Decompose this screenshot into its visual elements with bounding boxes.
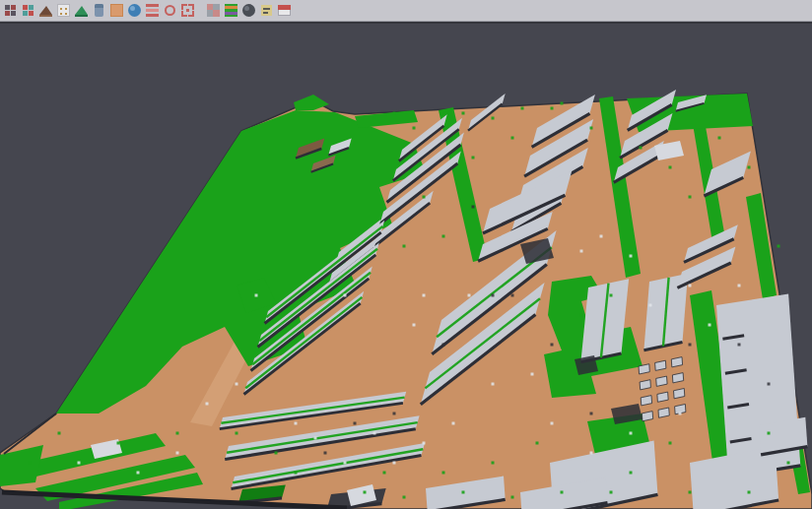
toolbar-button-gray-points[interactable] xyxy=(55,2,71,20)
toolbar-button-dark-sphere[interactable] xyxy=(240,2,256,20)
toolbar-button-red-ring[interactable] xyxy=(162,2,177,20)
classified-cloud-icon xyxy=(225,4,237,17)
gray-points-icon xyxy=(57,4,70,17)
toolbar-button-blue-sphere[interactable] xyxy=(126,2,142,20)
red-gray-checker-icon xyxy=(207,4,220,17)
toolbar-button-red-white-card[interactable] xyxy=(276,2,292,20)
toolbar-button-red-gray-checker[interactable] xyxy=(205,2,221,20)
red-bars-icon xyxy=(146,4,159,17)
toolbar-button-red-teal-pixels[interactable] xyxy=(20,2,35,20)
blue-sphere-icon xyxy=(128,4,141,17)
red-white-card-icon xyxy=(278,4,291,17)
viewport-3d[interactable] xyxy=(0,22,812,509)
toolbar-button-yellow-tag[interactable] xyxy=(258,2,274,20)
dark-pixel-select-icon xyxy=(4,4,17,17)
red-selection-brackets-icon xyxy=(181,4,194,17)
orange-square-icon xyxy=(110,4,123,17)
green-hill-terrain-icon xyxy=(75,4,88,17)
toolbar-button-brown-hill-terrain[interactable] xyxy=(37,2,53,20)
toolbar-button-dark-pixel-select[interactable] xyxy=(2,2,18,20)
dark-sphere-icon xyxy=(242,4,255,17)
brown-hill-terrain-icon xyxy=(39,4,52,17)
toolbar-button-green-hill-terrain[interactable] xyxy=(73,2,89,20)
red-ring-icon xyxy=(164,4,176,17)
blue-box-icon xyxy=(93,4,105,17)
toolbar-button-red-selection-brackets[interactable] xyxy=(179,2,195,20)
toolbar-button-orange-square[interactable] xyxy=(108,2,124,20)
toolbar-button-red-bars[interactable] xyxy=(144,2,160,20)
red-teal-pixels-icon xyxy=(22,4,34,17)
yellow-tag-icon xyxy=(260,4,273,17)
point-cloud-scene[interactable] xyxy=(0,24,812,509)
toolbar-button-classified-cloud[interactable] xyxy=(223,2,238,20)
toolbar-button-blue-box[interactable] xyxy=(91,2,106,20)
main-toolbar xyxy=(0,0,812,22)
